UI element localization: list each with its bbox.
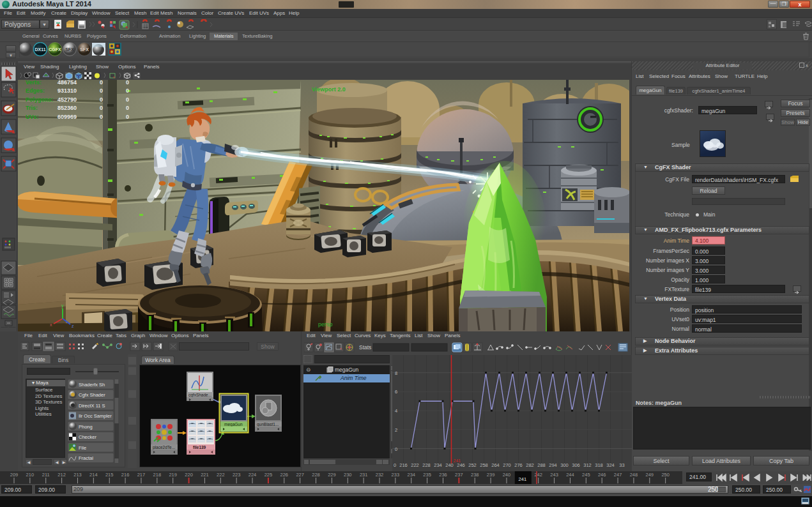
svg-text:217: 217	[137, 472, 146, 478]
svg-text:264: 264	[491, 462, 500, 468]
svg-text:270: 270	[503, 462, 511, 468]
svg-text:288: 288	[537, 462, 546, 468]
svg-text:218: 218	[153, 472, 162, 478]
svg-text:Ilr Occ Sampler: Ilr Occ Sampler	[79, 413, 112, 419]
svg-text:File: File	[79, 445, 86, 451]
svg-text:452790: 452790	[57, 96, 77, 103]
svg-text:243: 243	[550, 472, 558, 478]
svg-text:211: 211	[42, 472, 50, 478]
svg-text:318: 318	[595, 462, 603, 468]
svg-text:233: 233	[392, 472, 400, 478]
svg-text:225: 225	[264, 472, 273, 478]
svg-text:258: 258	[480, 462, 488, 468]
svg-text:213: 213	[73, 472, 82, 478]
svg-text:y: y	[61, 303, 64, 308]
svg-text:232: 232	[376, 472, 384, 478]
svg-text:215: 215	[105, 472, 114, 478]
svg-text:252: 252	[468, 462, 477, 468]
svg-text:0: 0	[100, 96, 103, 103]
svg-text:0: 0	[394, 462, 396, 468]
svg-text:223: 223	[233, 472, 241, 478]
svg-text:Fractal: Fractal	[79, 455, 93, 461]
svg-text:247: 247	[614, 472, 622, 478]
svg-text:UVs:: UVs:	[26, 114, 39, 120]
svg-text:221: 221	[201, 472, 209, 478]
svg-text:852360: 852360	[57, 105, 77, 111]
svg-text:4: 4	[395, 408, 397, 414]
svg-text:file139: file139	[193, 445, 206, 450]
svg-text:242: 242	[534, 472, 542, 478]
svg-text:Cgfx Shader: Cgfx Shader	[79, 392, 105, 398]
svg-text:214: 214	[89, 472, 98, 478]
svg-text:282: 282	[526, 462, 534, 468]
svg-text:230: 230	[344, 472, 352, 478]
svg-text:250: 250	[661, 472, 670, 478]
svg-text:231: 231	[360, 472, 368, 478]
svg-text:cgfxShade...: cgfxShade...	[188, 393, 211, 398]
svg-text:Checker: Checker	[79, 434, 96, 440]
svg-text:324: 324	[606, 462, 615, 468]
svg-text:216: 216	[121, 472, 130, 478]
svg-text:0: 0	[100, 114, 103, 120]
svg-text:306: 306	[572, 462, 580, 468]
svg-text:240: 240	[445, 462, 454, 468]
svg-text:241: 241	[454, 458, 461, 463]
svg-text:2: 2	[395, 427, 397, 433]
svg-text:246: 246	[598, 472, 606, 478]
svg-text:237: 237	[455, 472, 463, 478]
svg-text:0: 0	[100, 80, 103, 86]
svg-text:246: 246	[457, 462, 465, 468]
svg-text:228: 228	[422, 462, 431, 468]
svg-text:248: 248	[630, 472, 638, 478]
svg-text:0: 0	[395, 446, 397, 452]
svg-text:place2dTe...: place2dTe...	[153, 445, 175, 450]
svg-text:0: 0	[126, 96, 129, 103]
svg-text:x: x	[50, 322, 52, 327]
svg-text:megaGun: megaGun	[224, 422, 243, 427]
svg-text:228: 228	[312, 472, 320, 478]
svg-text:226: 226	[280, 472, 289, 478]
svg-text:240: 240	[503, 472, 511, 478]
svg-text:486754: 486754	[57, 80, 77, 86]
svg-text:DirectX 11 S: DirectX 11 S	[79, 403, 105, 409]
svg-text:Polygons:: Polygons:	[26, 96, 54, 103]
svg-text:235: 235	[423, 472, 431, 478]
svg-text:6: 6	[395, 389, 397, 395]
svg-text:212: 212	[57, 472, 66, 478]
svg-text:241: 241	[519, 476, 527, 482]
svg-text:0: 0	[100, 105, 103, 111]
svg-text:Tris:: Tris:	[26, 105, 38, 111]
svg-text:238: 238	[471, 472, 479, 478]
svg-text:Stats: Stats	[359, 344, 371, 351]
svg-text:294: 294	[549, 462, 557, 468]
svg-text:219: 219	[169, 472, 177, 478]
svg-text:Phong: Phong	[79, 424, 93, 430]
svg-text:Shaderfx Sh: Shaderfx Sh	[79, 382, 105, 388]
svg-text:245: 245	[582, 472, 590, 478]
svg-text:244: 244	[566, 472, 574, 478]
svg-text:33: 33	[619, 462, 624, 468]
svg-text:609969: 609969	[57, 114, 77, 120]
svg-text:0: 0	[126, 80, 129, 86]
svg-text:gunBlast1...: gunBlast1...	[257, 422, 279, 427]
svg-text:229: 229	[328, 472, 336, 478]
svg-text:z: z	[72, 324, 74, 328]
svg-text:210: 210	[26, 472, 34, 478]
svg-text:234: 234	[407, 472, 415, 478]
svg-text:0: 0	[126, 87, 129, 94]
svg-text:931310: 931310	[57, 87, 77, 94]
svg-text:216: 216	[399, 462, 408, 468]
svg-text:Edges:: Edges:	[26, 87, 45, 94]
svg-text:0: 0	[126, 114, 129, 120]
svg-text:209: 209	[10, 472, 19, 478]
svg-text:312: 312	[583, 462, 592, 468]
svg-text:222: 222	[217, 472, 225, 478]
svg-text:249: 249	[646, 472, 654, 478]
svg-text:Verts:: Verts:	[26, 80, 42, 86]
svg-text:0: 0	[126, 105, 129, 111]
svg-text:persp: persp	[318, 321, 333, 328]
svg-text:227: 227	[296, 472, 304, 478]
svg-text:300: 300	[560, 462, 569, 468]
svg-text:0: 0	[100, 87, 103, 94]
svg-text:8: 8	[395, 370, 397, 376]
